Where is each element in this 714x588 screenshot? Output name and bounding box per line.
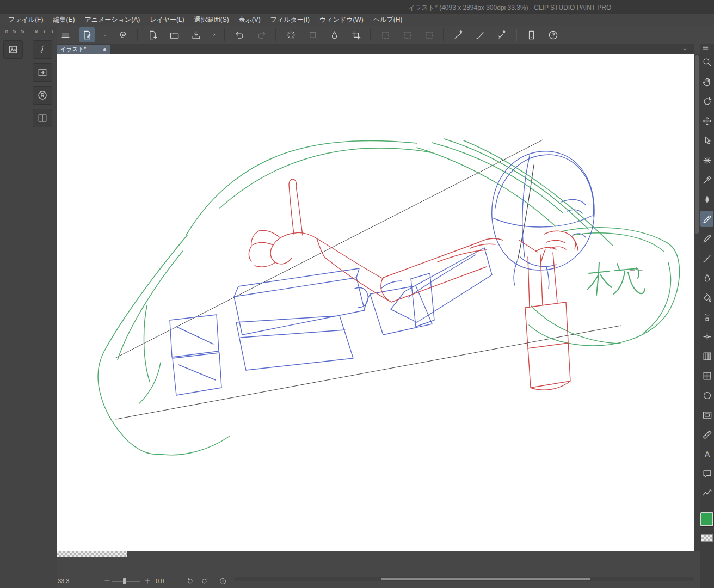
ruler-tool[interactable]	[700, 426, 713, 443]
main-menu-button[interactable]	[58, 27, 73, 42]
menu-item-8[interactable]: ウィンドウ(W)	[315, 14, 368, 26]
undo-button[interactable]	[232, 27, 247, 42]
command-bar	[58, 26, 561, 44]
command-bar-separator	[137, 29, 138, 41]
horizontal-scrollbar-thumb[interactable]	[381, 578, 590, 580]
dock-collapse-arrow-2[interactable]: »	[10, 28, 19, 35]
menu-item-9[interactable]: ヘルプ(H)	[368, 14, 408, 26]
tab-list-chevron-icon[interactable]	[681, 45, 688, 55]
snap-ruler-button[interactable]	[305, 27, 320, 42]
menu-item-6[interactable]: 表示(V)	[234, 14, 266, 26]
rotate-left-button[interactable]	[185, 576, 195, 586]
command-bar-separator	[224, 29, 225, 41]
split-panel-button[interactable]	[33, 109, 52, 127]
command-bar-separator	[443, 29, 444, 41]
clip-studio-paint-window: イラスト* (4093 x 2894px 300dpi 33.3%) - CLI…	[0, 0, 714, 588]
dock-collapse-arrow-4[interactable]: «	[32, 28, 40, 35]
dock-collapse-arrows: «»»«‹›	[2, 28, 57, 35]
zoom-slider-track[interactable]	[112, 581, 140, 582]
export-chevron[interactable]	[210, 27, 218, 42]
dock-collapse-arrow-3[interactable]: »	[19, 28, 27, 35]
line-correction-button[interactable]	[451, 27, 466, 42]
canvas-tab-label: イラスト*	[60, 46, 86, 53]
pen-tool[interactable]	[700, 191, 713, 207]
dock-collapse-arrow-5[interactable]: ‹	[40, 28, 48, 35]
invert-selection-button[interactable]	[399, 27, 415, 42]
deselect-button[interactable]	[378, 27, 393, 42]
window-title: イラスト* (4093 x 2894px 300dpi 33.3%) - CLI…	[408, 3, 611, 13]
vertical-scrollbar-thumb[interactable]	[695, 55, 699, 234]
pencil-stroke-button[interactable]	[494, 27, 509, 42]
pencil-tool[interactable]	[700, 230, 713, 247]
canvas-transparent-edge	[57, 551, 127, 557]
airbrush-tool[interactable]	[700, 309, 713, 325]
move-layer-tool[interactable]	[700, 113, 713, 129]
title-bar: イラスト* (4093 x 2894px 300dpi 33.3%) - CLI…	[0, 0, 714, 14]
menu-bar: ファイル(F)編集(E)アニメーション(A)レイヤー(L)選択範囲(S)表示(V…	[0, 14, 714, 26]
main-color-swatch[interactable]	[700, 512, 713, 526]
brush-tool[interactable]	[700, 250, 713, 266]
panel-dock-button[interactable]	[33, 63, 52, 82]
fill-tool[interactable]	[700, 289, 713, 305]
figure-tool[interactable]	[700, 387, 713, 403]
reset-view-button[interactable]	[218, 576, 227, 586]
rotate-canvas-tool[interactable]	[700, 93, 713, 109]
new-canvas-button[interactable]	[145, 27, 160, 42]
tool-history-chevron[interactable]	[101, 27, 109, 42]
export-button[interactable]	[188, 27, 204, 42]
current-tool-button[interactable]	[79, 27, 95, 42]
menu-item-7[interactable]: フィルター(I)	[266, 14, 315, 26]
watercolor-tool[interactable]	[700, 270, 713, 286]
snap-special-ruler-button[interactable]	[283, 27, 298, 42]
text-tool[interactable]: A	[700, 446, 713, 462]
rotation-value[interactable]: 0.0	[156, 578, 164, 584]
menu-item-5[interactable]: 選択範囲(S)	[189, 14, 234, 26]
snap-grid-button[interactable]	[348, 27, 364, 42]
dock-collapse-arrow-6[interactable]: ›	[48, 28, 57, 35]
command-bar-separator	[516, 29, 517, 41]
command-bar-separator	[275, 29, 276, 41]
eyedropper-tool[interactable]	[700, 171, 713, 188]
quick-access-panel-button[interactable]	[3, 40, 23, 59]
redo-button[interactable]	[254, 27, 269, 42]
zoom-tool[interactable]	[700, 54, 713, 70]
tab-modified-dot	[103, 48, 106, 51]
zoom-out-button[interactable]	[102, 576, 112, 586]
reset-rotate-panel-button[interactable]	[33, 86, 52, 105]
marker-tool[interactable]	[700, 211, 713, 227]
menu-item-4[interactable]: レイヤー(L)	[145, 14, 189, 26]
tool-palette-menu-icon[interactable]	[702, 44, 709, 53]
drawing-canvas[interactable]	[57, 54, 694, 551]
menu-item-1[interactable]: ファイル(F)	[3, 14, 48, 26]
open-file-button[interactable]	[167, 27, 182, 42]
menu-item-3[interactable]: アニメーション(A)	[79, 14, 145, 26]
open-clip-studio-button[interactable]	[115, 27, 131, 42]
transparent-color-swatch[interactable]	[701, 534, 713, 542]
hand-tool[interactable]	[700, 74, 713, 90]
balloon-tool[interactable]	[700, 465, 713, 482]
line-correct-tool[interactable]	[700, 485, 713, 501]
fill-button[interactable]	[327, 27, 342, 42]
sketch-drawing	[57, 54, 694, 551]
brush-stroke-button[interactable]	[472, 27, 488, 42]
auto-select-tool[interactable]	[700, 152, 713, 168]
dock-collapse-arrow-1[interactable]: «	[2, 28, 10, 35]
gradient-tool[interactable]	[700, 348, 713, 364]
rotate-right-button[interactable]	[199, 576, 209, 586]
menu-item-2[interactable]: 編集(E)	[48, 14, 79, 26]
companion-mode-button[interactable]	[524, 27, 539, 42]
canvas-tab[interactable]: イラスト*	[57, 45, 110, 54]
frame-border-tool[interactable]	[700, 407, 713, 423]
selection-border-button[interactable]	[421, 27, 436, 42]
tone-tool[interactable]	[700, 367, 713, 384]
command-bar-separator	[370, 29, 371, 41]
svg-text:A: A	[704, 450, 710, 458]
subtool-panel-button[interactable]	[33, 40, 52, 59]
canvas-tab-bar: イラスト*	[57, 44, 694, 54]
zoom-in-button[interactable]	[143, 576, 152, 586]
decoration-tool[interactable]	[700, 328, 713, 345]
zoom-value[interactable]: 33.3	[58, 578, 69, 584]
zoom-slider-handle[interactable]	[123, 578, 126, 584]
object-tool[interactable]	[700, 132, 713, 149]
help-button[interactable]	[545, 27, 561, 42]
